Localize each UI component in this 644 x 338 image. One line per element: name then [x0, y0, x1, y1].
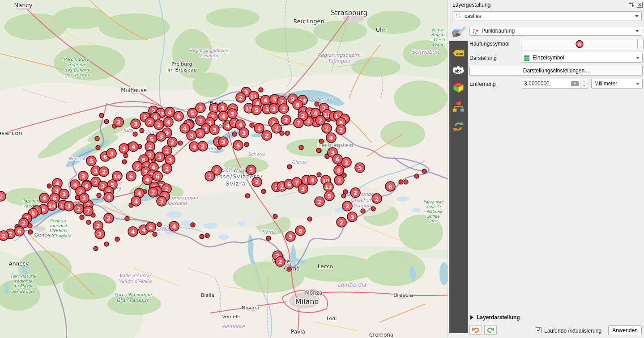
cluster-symbol-preview-button[interactable]: A [521, 39, 638, 49]
point-marker [307, 217, 312, 221]
svg-text:3: 3 [160, 198, 164, 205]
point-marker [316, 148, 321, 152]
svg-text:3: 3 [221, 105, 225, 111]
cluster-marker: 2 [316, 115, 325, 125]
renderer-value: Einzelsymbol [533, 55, 564, 61]
svg-text:4: 4 [85, 183, 89, 190]
svg-text:5: 5 [273, 96, 277, 103]
cluster-marker: 5 [246, 165, 256, 175]
cluster-marker: 3 [156, 131, 166, 141]
point-marker [299, 145, 303, 150]
spin-up-button[interactable]: ▲ [580, 79, 588, 84]
svg-text:6: 6 [53, 195, 57, 202]
cluster-marker: 3 [227, 109, 237, 118]
point-marker [244, 142, 249, 147]
cluster-marker: 3 [114, 117, 124, 127]
tab-masks[interactable]: abc [449, 62, 468, 79]
svg-text:4: 4 [172, 223, 176, 230]
layer-rendering-expander[interactable]: Layerdarstellung [470, 314, 520, 321]
map-label: Brescia [393, 292, 413, 298]
svg-text:6: 6 [129, 173, 133, 180]
point-marker [285, 131, 290, 135]
svg-text:3: 3 [350, 214, 354, 220]
style-mode-selector[interactable]: Punkthäufung [469, 26, 642, 36]
map-label: Como [284, 266, 300, 272]
chevron-down-icon [636, 57, 640, 59]
cluster-marker: 3 [165, 155, 175, 165]
cluster-marker: 6 [14, 226, 24, 236]
svg-text:2: 2 [265, 132, 269, 139]
point-marker [315, 102, 319, 106]
renderer-selector[interactable]: Einzelsymbol [521, 53, 643, 63]
cluster-symbol-dropdown-button[interactable] [638, 39, 644, 49]
svg-text:4: 4 [166, 119, 171, 126]
svg-text:2: 2 [107, 215, 111, 222]
close-panel-button[interactable] [636, 2, 643, 8]
map-canvas[interactable]: NancyStrasbourgReutlingenUlmMulhouseFrei… [0, 0, 448, 338]
tab-3d-view[interactable] [449, 79, 468, 96]
cluster-marker: 2 [341, 157, 351, 167]
distance-input[interactable] [521, 80, 571, 87]
map-label: Lodi [327, 316, 337, 321]
point-marker [47, 184, 51, 188]
cluster-marker: 2 [79, 193, 89, 203]
cluster-marker: 3 [64, 201, 74, 211]
point-marker [259, 88, 263, 92]
svg-text:4: 4 [168, 109, 172, 116]
renderer-settings-button[interactable]: Darstellungseinstellungen... [469, 66, 643, 76]
undo-button[interactable] [469, 325, 482, 335]
cluster-marker: 3 [107, 148, 116, 158]
tab-history[interactable] [449, 118, 468, 135]
distance-unit-selector[interactable]: Millimeter [591, 79, 643, 89]
apply-button[interactable]: Anwenden [608, 325, 642, 335]
tab-diagrams[interactable] [449, 98, 468, 115]
layer-selector[interactable]: castles [452, 11, 642, 21]
svg-text:4: 4 [257, 125, 261, 132]
cluster-marker: 3 [157, 196, 166, 206]
svg-text:4: 4 [132, 144, 136, 150]
svg-text:4: 4 [142, 227, 146, 233]
clear-value-icon[interactable]: ✕ [571, 81, 579, 86]
point-marker [414, 174, 419, 178]
point-marker [371, 207, 375, 211]
3d-cube-icon [452, 81, 465, 93]
cluster-marker: 2 [262, 131, 272, 140]
point-marker [95, 136, 99, 141]
cluster-marker: 2 [0, 231, 9, 241]
svg-text:3: 3 [331, 149, 335, 156]
float-panel-button[interactable] [628, 2, 635, 8]
redo-button[interactable] [484, 325, 497, 335]
svg-text:4: 4 [311, 177, 315, 184]
svg-text:3: 3 [190, 132, 194, 139]
svg-text:3: 3 [110, 150, 114, 157]
map-label: Parc naturelrégionaldes Ballonsdes Vosge… [64, 57, 91, 78]
svg-text:2: 2 [319, 117, 323, 124]
map-label: Reutlingen [293, 18, 324, 25]
tab-symbology[interactable] [450, 24, 468, 41]
map-label: Lombardia [337, 282, 366, 288]
layer-rendering-label: Layerdarstellung [477, 314, 520, 321]
cluster-marker: 4 [218, 111, 228, 121]
cluster-marker: 7 [83, 206, 93, 216]
map-label: Monza [305, 290, 323, 296]
map-label: Milano [295, 297, 319, 306]
svg-text:2: 2 [340, 219, 344, 226]
cluster-marker: 4 [307, 175, 317, 185]
cluster-marker: 2 [205, 171, 215, 181]
cluster-marker: 2 [162, 164, 172, 173]
svg-text:4: 4 [145, 177, 149, 183]
tab-labels[interactable]: abc [449, 45, 468, 62]
spin-down-button[interactable]: ▼ [580, 84, 588, 89]
point-marker [153, 232, 157, 237]
svg-text:5: 5 [31, 210, 35, 217]
cluster-marker: 4 [165, 107, 175, 117]
point-marker [422, 169, 426, 173]
svg-text:3: 3 [81, 173, 85, 180]
map-label: Besançon [0, 130, 22, 136]
live-update-checkbox[interactable] [536, 327, 542, 333]
cluster-marker: 5 [233, 140, 243, 150]
cluster-marker: 4 [128, 227, 138, 237]
svg-text:2: 2 [77, 206, 81, 212]
svg-text:2: 2 [22, 220, 26, 227]
cluster-marker: 2 [336, 125, 346, 135]
